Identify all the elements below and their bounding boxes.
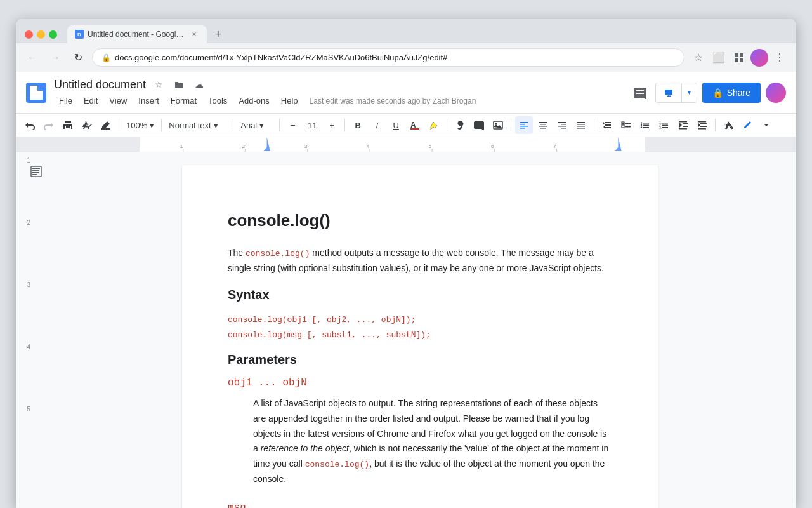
- numbered-list-button[interactable]: 1.2.3.: [655, 116, 673, 134]
- font-size-increase-button[interactable]: +: [323, 116, 341, 134]
- page-area[interactable]: console.log() The console.log() method o…: [56, 152, 783, 508]
- svg-rect-1: [740, 53, 743, 57]
- pencil-mode-button[interactable]: [738, 116, 756, 134]
- bold-button[interactable]: B: [349, 116, 367, 134]
- back-button[interactable]: ←: [23, 49, 41, 67]
- zoom-select[interactable]: 100% ▾: [123, 116, 157, 134]
- divider-8: [594, 119, 594, 131]
- title-bar: D Untitled document - Google D... × +: [16, 19, 796, 43]
- present-dropdown-button[interactable]: ▾: [681, 83, 697, 102]
- profile-avatar[interactable]: [750, 49, 768, 67]
- share-lock-icon: 🔒: [712, 88, 723, 98]
- move-to-folder-button[interactable]: [171, 77, 187, 92]
- style-select[interactable]: Normal text ▾: [166, 116, 229, 134]
- paint-format-button[interactable]: [97, 116, 115, 134]
- font-size-decrease-button[interactable]: −: [284, 116, 301, 134]
- redo-button[interactable]: [40, 116, 58, 134]
- font-size-select[interactable]: 11: [303, 116, 322, 134]
- docs-title-row: Untitled document ☆ ☁: [54, 77, 622, 92]
- docs-user-avatar[interactable]: [766, 83, 786, 103]
- menu-insert[interactable]: Insert: [133, 93, 164, 108]
- align-left-button[interactable]: [515, 116, 533, 134]
- svg-point-13: [641, 122, 642, 123]
- para1-pre: The: [228, 248, 246, 258]
- italic-button[interactable]: I: [368, 116, 386, 134]
- active-tab[interactable]: D Untitled document - Google D... ×: [67, 25, 207, 43]
- svg-text:7: 7: [553, 144, 556, 149]
- document-page[interactable]: console.log() The console.log() method o…: [182, 165, 658, 508]
- print-button[interactable]: [59, 116, 77, 134]
- clear-formatting-button[interactable]: T: [719, 116, 737, 134]
- divider-1: [119, 119, 119, 131]
- increase-indent-button[interactable]: [693, 116, 711, 134]
- syntax-line-1: console.log(obj1 [, obj2, ..., objN]);: [228, 312, 612, 327]
- menu-addons[interactable]: Add-ons: [233, 93, 274, 108]
- screenshot-button[interactable]: ⬜: [710, 49, 728, 67]
- svg-rect-4: [32, 93, 40, 95]
- toolbar-expand-button[interactable]: [757, 116, 775, 134]
- align-center-button[interactable]: [534, 116, 552, 134]
- text-color-button[interactable]: A: [406, 116, 424, 134]
- decrease-indent-button[interactable]: [674, 116, 692, 134]
- svg-rect-0: [735, 53, 738, 57]
- menu-tools[interactable]: Tools: [203, 93, 232, 108]
- line-spacing-button[interactable]: [598, 116, 616, 134]
- star-button[interactable]: ☆: [151, 77, 166, 92]
- cloud-button[interactable]: ☁: [192, 77, 207, 92]
- share-button[interactable]: 🔒 Share: [702, 83, 761, 103]
- zoom-dropdown-icon: ▾: [150, 121, 154, 130]
- ruler-mark-2: 2: [27, 220, 30, 226]
- align-right-button[interactable]: [553, 116, 571, 134]
- menu-button[interactable]: ⋮: [771, 49, 789, 67]
- insert-link-button[interactable]: [451, 116, 469, 134]
- svg-text:2: 2: [242, 144, 246, 149]
- menu-edit[interactable]: Edit: [79, 93, 103, 108]
- comment-button[interactable]: [630, 83, 650, 103]
- svg-text:3.: 3.: [659, 126, 662, 130]
- present-button[interactable]: [656, 83, 681, 102]
- ruler-mark-3: 3: [27, 282, 30, 288]
- bullet-list-button[interactable]: [636, 116, 654, 134]
- menu-format[interactable]: Format: [166, 93, 202, 108]
- minimize-button[interactable]: [37, 30, 45, 39]
- divider-9: [715, 119, 716, 131]
- font-select[interactable]: Arial ▾: [237, 116, 275, 134]
- bookmark-button[interactable]: ☆: [690, 49, 707, 67]
- address-bar[interactable]: 🔒 docs.google.com/document/d/1x-YxlpTNka…: [92, 48, 684, 67]
- menu-view[interactable]: View: [104, 93, 132, 108]
- document-heading-1[interactable]: console.log(): [228, 211, 612, 231]
- right-panel: [783, 152, 796, 508]
- new-tab-button[interactable]: +: [209, 25, 227, 43]
- heading-parameters[interactable]: Parameters: [228, 352, 612, 367]
- present-button-group: ▾: [655, 83, 697, 103]
- spellcheck-button[interactable]: [78, 116, 96, 134]
- divider-4: [279, 119, 280, 131]
- svg-rect-5: [32, 95, 40, 97]
- justify-button[interactable]: [572, 116, 590, 134]
- svg-text:1: 1: [180, 144, 183, 149]
- checklist-button[interactable]: [617, 116, 635, 134]
- syntax-code-block: console.log(obj1 [, obj2, ..., objN]); c…: [228, 312, 612, 342]
- tab-close-button[interactable]: ×: [189, 29, 199, 39]
- heading-syntax[interactable]: Syntax: [228, 288, 612, 302]
- insert-image-button[interactable]: [489, 116, 507, 134]
- document-title[interactable]: Untitled document: [54, 78, 146, 91]
- menu-help[interactable]: Help: [276, 93, 303, 108]
- reload-button[interactable]: ↻: [69, 49, 87, 67]
- undo-button[interactable]: [21, 116, 39, 134]
- param-heading-obj: obj1 ... objN: [228, 377, 612, 389]
- forward-button[interactable]: →: [46, 49, 64, 67]
- browser-toolbar: ← → ↻ 🔒 docs.google.com/document/d/1x-Yx…: [16, 43, 796, 72]
- docs-body: 1 2 3 4 5 console.log() The console.log(…: [16, 152, 796, 508]
- insert-comment-button[interactable]: [470, 116, 488, 134]
- close-button[interactable]: [25, 30, 33, 39]
- maximize-button[interactable]: [49, 30, 57, 39]
- docs-container: Untitled document ☆ ☁ File Edit View Ins…: [16, 72, 796, 508]
- extension-button[interactable]: [730, 49, 748, 67]
- highlight-button[interactable]: [425, 116, 443, 134]
- svg-text:T: T: [724, 123, 729, 130]
- underline-button[interactable]: U: [387, 116, 405, 134]
- docs-header: Untitled document ☆ ☁ File Edit View Ins…: [16, 72, 796, 114]
- menu-file[interactable]: File: [54, 93, 77, 108]
- docs-title-area: Untitled document ☆ ☁ File Edit View Ins…: [54, 77, 622, 108]
